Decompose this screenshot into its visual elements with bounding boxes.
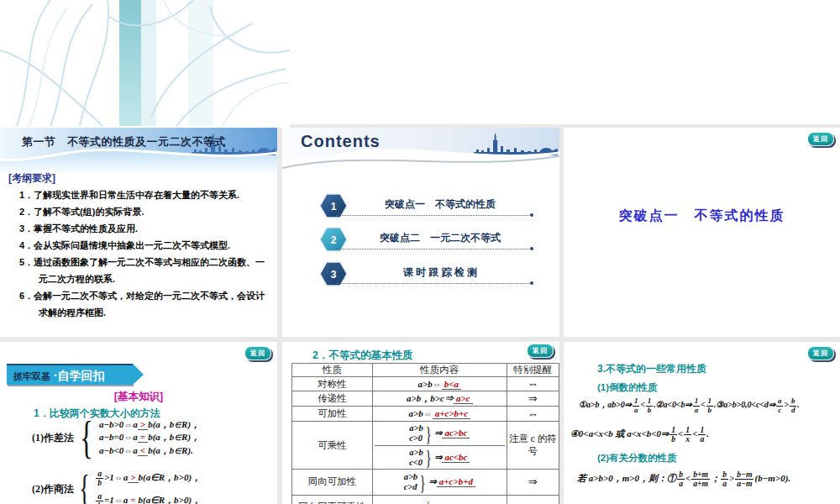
- math-text: ⇒: [434, 428, 442, 438]
- property-name-cell: 可加性: [292, 407, 373, 422]
- properties-table: 性质性质内容特别提醒对称性a>b⇔b<a⇔传递性a>b，b>c⇒a>c⇒可加性a…: [291, 363, 559, 504]
- fraction: 1a: [698, 426, 706, 444]
- property-name-cell: 同向同正可乘性: [292, 495, 373, 504]
- table-row: 可加性a>b⇔a+c>b+c⇔: [292, 407, 559, 422]
- reminder-cell: ⇒: [507, 495, 559, 504]
- answer-blank: ac<bc: [442, 452, 470, 463]
- slide-thumbnail-6[interactable]: 返回 3.不等式的一些常用性质 (1)倒数的性质 ①a>b，ab>0⇒1a<1b…: [564, 342, 840, 504]
- property-content-cell: a>b⇔b<a: [373, 377, 507, 391]
- back-button[interactable]: 返回: [807, 346, 834, 360]
- exam-requirements-list: 1．了解现实世界和日常生活中存在着大量的不等关系.2．了解不等式(组)的实际背景…: [10, 186, 270, 321]
- property-name-cell: 可乘性: [292, 422, 373, 470]
- fraction: b+ma+m: [691, 470, 710, 488]
- slide-thumbnail-5[interactable]: 返回 2．不等式的基本性质 性质性质内容特别提醒对称性a>b⇔b<a⇔传递性a>…: [282, 342, 559, 504]
- math-text: .: [797, 400, 799, 409]
- math-text: a>b⇔: [408, 408, 432, 418]
- property-formula: a>bc>0}⇒ac>bc: [375, 422, 505, 445]
- reciprocal-properties-subheading: (1)倒数的性质: [597, 381, 658, 394]
- toc-item-3[interactable]: 3课 时 跟 踪 检 测: [319, 261, 531, 290]
- answer-blank: =: [128, 495, 138, 504]
- math-text: a−b>0⇔a: [99, 419, 138, 429]
- back-button[interactable]: 返回: [807, 132, 834, 146]
- fraction: b−ma−m: [735, 470, 753, 488]
- slide-thumbnail-2[interactable]: Contents 1突破点一 不等式的性质2突破点二 一元二次不等式3课 时 跟…: [282, 128, 559, 337]
- back-button[interactable]: 返回: [527, 344, 554, 358]
- fraction: 1b: [646, 397, 653, 414]
- method1-formulas: a−b>0⇔a>b(a，b∈R)，a−b=0⇔a=b(a，b∈R)，a−b<0⇔…: [99, 418, 200, 458]
- left-brace-icon: {: [80, 417, 93, 458]
- dotted-leader-line: [336, 283, 531, 284]
- math-text: .③a>b>0,0<c<d⇒: [714, 400, 775, 409]
- reciprocal-formula-line2: ④0<a<x<b 或 a<x<b<0⇒1b<1x<1a.: [570, 424, 709, 444]
- reminder-cell: ⇒: [507, 391, 559, 407]
- math-text: a−b=0⇔a: [99, 432, 138, 442]
- requirement-item: 5．通过函数图象了解一元二次不等式与相应的二次函数、一元二次方程的联系.: [10, 254, 270, 287]
- math-text: a>b，b>c⇒: [407, 393, 454, 403]
- leaf-decoration: [0, 0, 290, 128]
- answer-blank: a+c>b+d: [437, 476, 475, 487]
- common-properties-heading: 3.不等式的一些常用性质: [597, 362, 706, 376]
- property-formula: a>b⇔b<a: [375, 377, 505, 391]
- answer-blank: b<a: [442, 379, 461, 390]
- math-text: b(a∈R，b>0)，: [139, 495, 202, 504]
- answer-blank: <: [138, 445, 148, 456]
- fraction: 1b: [706, 397, 713, 414]
- back-button[interactable]: 返回: [244, 346, 271, 360]
- math-text: ⇒: [434, 452, 442, 462]
- formula-line: ab=1⇔a=b(a∈R，b>0)，: [95, 489, 201, 504]
- section-title: 突破点一 不等式的性质: [564, 207, 840, 225]
- math-text: (b−m>0).: [754, 473, 790, 483]
- math-text: ④0<a<x<b 或 a<x<b<0⇒: [570, 428, 669, 438]
- property-name-cell: 传递性: [292, 391, 373, 407]
- banner-text-left: 抓牢双基: [13, 371, 50, 381]
- svg-text:3: 3: [331, 269, 337, 281]
- toc-item-label: 突破点一 不等式的性质: [349, 197, 531, 212]
- answer-blank: >: [128, 472, 138, 483]
- right-brace-icon: }: [425, 423, 431, 445]
- table-row: 传递性a>b，b>c⇒a>c⇒: [292, 391, 559, 407]
- property-content-cell: a>b⇔a+c>b+c: [373, 407, 507, 422]
- reminder-cell: ⇒: [507, 470, 559, 496]
- math-text: b(a，b∈R)，: [148, 419, 200, 429]
- difference-method: (1)作差法 { a−b>0⇔a>b(a，b∈R)，a−b=0⇔a=b(a，b∈…: [32, 417, 200, 458]
- toc-item-2[interactable]: 2突破点二 一元二次不等式: [319, 227, 531, 255]
- section-banner: 抓牢双基 ·自学回扣: [7, 364, 133, 385]
- right-brace-icon: }: [426, 496, 429, 504]
- stacked-conditions: a>bc>d: [404, 472, 417, 492]
- requirement-item: 6．会解一元二次不等式，对给定的一元二次不等式，会设计求解的程序框图.: [10, 287, 270, 321]
- basic-properties-heading: 2．不等式的基本性质: [312, 349, 412, 363]
- requirement-item: 3．掌握不等式的性质及应用.: [10, 220, 270, 237]
- contents-title: Contents: [301, 132, 381, 151]
- table-row: 对称性a>b⇔b<a⇔: [292, 377, 559, 391]
- math-text: a>b⇔: [418, 379, 442, 389]
- fraction: 1a: [633, 397, 639, 414]
- reminder-cell: ⇔: [507, 407, 559, 422]
- svg-text:2: 2: [331, 234, 337, 246]
- slide1-title: 第一节 不等式的性质及一元二次不等式: [22, 134, 226, 150]
- right-brace-icon: }: [425, 446, 431, 469]
- left-brace-icon: {: [79, 472, 90, 504]
- fraction: ba: [721, 470, 728, 488]
- fraction: ab: [96, 470, 103, 487]
- exam-requirements-label: [考纲要求]: [8, 171, 55, 186]
- answer-blank: =: [138, 432, 148, 443]
- slide-thumbnail-4[interactable]: 返回 抓牢双基 ·自学回扣 [基本知识] 1．比较两个实数大小的方法 (1)作差…: [0, 342, 277, 504]
- requirement-item: 1．了解现实世界和日常生活中存在着大量的不等关系.: [10, 186, 270, 203]
- math-text: b(a，b∈R).: [148, 445, 193, 455]
- toc-item-1[interactable]: 1突破点一 不等式的性质: [319, 193, 531, 222]
- math-text: <: [640, 400, 645, 409]
- banner-text-right: ·自学回扣: [50, 369, 105, 382]
- reciprocal-formula-line1: ①a>b，ab>0⇒1a<1b.②a<0<b⇒1a<1b.③a>b>0,0<c<…: [579, 396, 800, 414]
- math-text: <: [701, 400, 706, 409]
- property-content-cell: a>bc>d}⇒a+c>b+d: [373, 470, 507, 496]
- toc-item-label: 突破点二 一元二次不等式: [349, 231, 531, 245]
- slide-thumbnail-3[interactable]: 返回 突破点一 不等式的性质: [564, 128, 840, 337]
- answer-blank: ac>bc: [442, 428, 470, 438]
- method2-label: (2)作商法: [32, 482, 74, 496]
- math-text: b(a，b∈R)，: [148, 432, 200, 442]
- table-header-cell: 性质: [292, 364, 373, 377]
- table-row: 可乘性a>bc>0}⇒ac>bca>bc<0}⇒ac<bc注意 c 的符号: [292, 422, 559, 470]
- slide-thumbnail-1[interactable]: 第一节 不等式的性质及一元二次不等式 [考纲要求] 1．了解现实世界和日常生活中…: [0, 128, 277, 337]
- math-text: ⇒: [429, 476, 437, 486]
- banner-arrow-icon: [133, 364, 144, 385]
